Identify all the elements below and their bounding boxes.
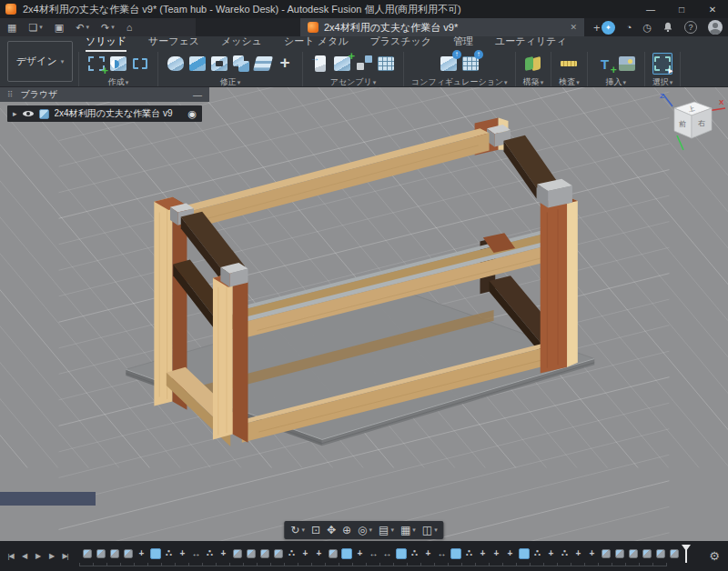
fillet-icon[interactable] — [166, 53, 186, 75]
app-menu-icon[interactable]: ▦ — [7, 22, 16, 34]
expand-arrow-icon[interactable]: ▸ — [13, 109, 17, 118]
timeline-feature-joint[interactable]: ∴ — [463, 546, 475, 561]
timeline-feature-comp[interactable] — [654, 546, 666, 561]
ribbon-tab-2[interactable]: サーフェス — [148, 35, 199, 52]
timeline-feature-move[interactable]: + — [572, 546, 584, 561]
redo-icon[interactable]: ↷ — [101, 22, 115, 34]
ribbon-group-label[interactable]: コンフィギュレーション — [411, 76, 508, 88]
joint-icon[interactable] — [354, 53, 374, 75]
go-to-end-button[interactable]: ▶| — [59, 552, 71, 560]
timeline-feature-body[interactable] — [149, 546, 161, 561]
timeline-feature-link[interactable]: ↔ — [190, 546, 202, 561]
grid-and-snaps-icon[interactable]: ▦ — [400, 524, 416, 536]
timeline-feature-body[interactable] — [450, 546, 461, 561]
ribbon-group-label[interactable]: 選択 — [652, 76, 673, 88]
activate-component-radio[interactable]: ◉ — [187, 108, 197, 120]
timeline-feature-move[interactable]: + — [299, 546, 311, 561]
timeline-feature-comp[interactable] — [668, 546, 680, 561]
orbit-icon[interactable]: ↻ — [290, 524, 305, 536]
decal-icon[interactable]: + — [595, 53, 615, 75]
ribbon-group-label[interactable]: 作成 — [108, 76, 129, 88]
browser-root-component[interactable]: ▸ 2x4材利用の丈夫な作業台 v9 ◉ — [7, 105, 202, 122]
undo-icon[interactable]: ↶ — [76, 22, 89, 34]
timeline-feature-comp[interactable] — [231, 546, 243, 561]
timeline-playhead-marker[interactable] — [682, 545, 691, 563]
view-cube[interactable]: Z X 上 前 右 — [637, 87, 728, 169]
close-button[interactable]: ✕ — [697, 0, 728, 18]
job-status-icon[interactable]: ◔ — [626, 22, 632, 33]
visibility-eye-icon[interactable] — [23, 108, 34, 119]
timeline-feature-comp[interactable] — [613, 546, 625, 561]
timeline-feature-comp[interactable] — [81, 546, 93, 561]
timeline-feature-joint[interactable]: ∴ — [163, 546, 175, 561]
timeline-feature-joint[interactable]: ∴ — [409, 546, 420, 561]
timeline-feature-move[interactable]: + — [217, 546, 229, 561]
timeline-feature-joint[interactable]: ∴ — [204, 546, 216, 561]
minimize-button[interactable]: — — [635, 0, 666, 18]
ribbon-tab-7[interactable]: ユーティリティ — [495, 35, 567, 52]
timeline-feature-move[interactable]: + — [586, 546, 598, 561]
timeline-feature-joint[interactable]: ∴ — [559, 546, 571, 561]
timeline-feature-comp[interactable] — [327, 546, 339, 561]
notifications-bell-icon[interactable] — [662, 21, 673, 34]
show-data-panel-icon[interactable]: ⌂ — [126, 22, 133, 33]
go-to-start-button[interactable]: |◀ — [5, 552, 16, 560]
file-icon[interactable]: ❏ — [28, 22, 42, 34]
timeline-settings-gear-icon[interactable]: ⚙ — [709, 549, 728, 563]
ribbon-tab-1[interactable]: ソリッド — [86, 35, 126, 52]
ribbon-tab-3[interactable]: メッシュ — [221, 35, 262, 52]
extensions-icon[interactable]: ✦ — [602, 21, 615, 35]
timeline-feature-joint[interactable]: ∴ — [531, 546, 543, 561]
display-settings-icon[interactable]: ▤ — [379, 524, 394, 536]
timeline-feature-move[interactable]: + — [504, 546, 516, 561]
timeline-feature-comp[interactable] — [641, 546, 652, 561]
create-box-icon[interactable] — [130, 53, 150, 75]
construct-plane-icon[interactable] — [523, 53, 543, 75]
timeline-feature-comp[interactable] — [627, 546, 639, 561]
zoom-icon[interactable]: ⊕ — [342, 524, 351, 536]
play-button[interactable]: ▶ — [32, 552, 44, 560]
timeline-feature-body[interactable] — [518, 546, 530, 561]
timeline-feature-comp[interactable] — [600, 546, 612, 561]
timeline-feature-comp[interactable] — [108, 546, 120, 561]
docked-collapsed-panel[interactable] — [0, 492, 96, 506]
move-copy-icon[interactable] — [275, 53, 295, 75]
timeline-feature-move[interactable]: + — [313, 546, 325, 561]
viewcube-front-face[interactable]: 前 — [679, 120, 686, 128]
shell-icon[interactable] — [209, 53, 229, 75]
model-workbench[interactable] — [0, 87, 728, 541]
offset-face-icon[interactable] — [253, 53, 273, 75]
drag-grip-icon[interactable]: ⠿ — [7, 90, 14, 99]
timeline-feature-move[interactable]: + — [177, 546, 188, 561]
timeline-feature-comp[interactable] — [95, 546, 106, 561]
timeline-feature-link[interactable]: ↔ — [368, 546, 379, 561]
look-at-icon[interactable]: ⊡ — [311, 524, 320, 536]
close-tab-icon[interactable]: ✕ — [570, 23, 577, 32]
timeline-feature-comp[interactable] — [272, 546, 284, 561]
timeline-feature-link[interactable]: ↔ — [436, 546, 448, 561]
workspace-selector[interactable]: デザイン — [7, 41, 73, 82]
timeline-feature-joint[interactable]: ∴ — [286, 546, 298, 561]
timeline-feature-move[interactable]: + — [136, 546, 147, 561]
help-icon[interactable]: ? — [684, 21, 697, 34]
viewports-icon[interactable]: ◫ — [422, 524, 438, 536]
press-pull-icon[interactable] — [187, 53, 207, 75]
timeline-feature-move[interactable]: + — [422, 546, 434, 561]
step-forward-button[interactable]: ▶ — [46, 552, 57, 560]
configuration-table-icon[interactable] — [460, 53, 480, 75]
viewcube-right-face[interactable]: 右 — [698, 119, 705, 127]
viewport-canvas[interactable]: Z X 上 前 右 ⠿ ブラウザ — ▸ 2x4材利用の丈夫な作業台 v9 ◉ … — [0, 87, 728, 541]
ribbon-group-label[interactable]: 構築 — [523, 76, 544, 88]
timeline-feature-body[interactable] — [395, 546, 407, 561]
timeline-feature-move[interactable]: + — [477, 546, 489, 561]
timeline-feature-comp[interactable] — [258, 546, 270, 561]
ribbon-group-label[interactable]: 挿入 — [605, 76, 626, 88]
insert-into-design-icon[interactable] — [310, 53, 330, 75]
timeline-feature-link[interactable]: ↔ — [381, 546, 393, 561]
create-sketch-icon[interactable] — [86, 53, 106, 75]
ribbon-group-label[interactable]: 修正 — [220, 76, 241, 88]
fit-icon[interactable]: ◎ — [358, 524, 372, 536]
save-icon[interactable]: ▣ — [55, 22, 64, 34]
maximize-button[interactable]: □ — [666, 0, 697, 18]
timeline-feature-move[interactable]: + — [490, 546, 502, 561]
